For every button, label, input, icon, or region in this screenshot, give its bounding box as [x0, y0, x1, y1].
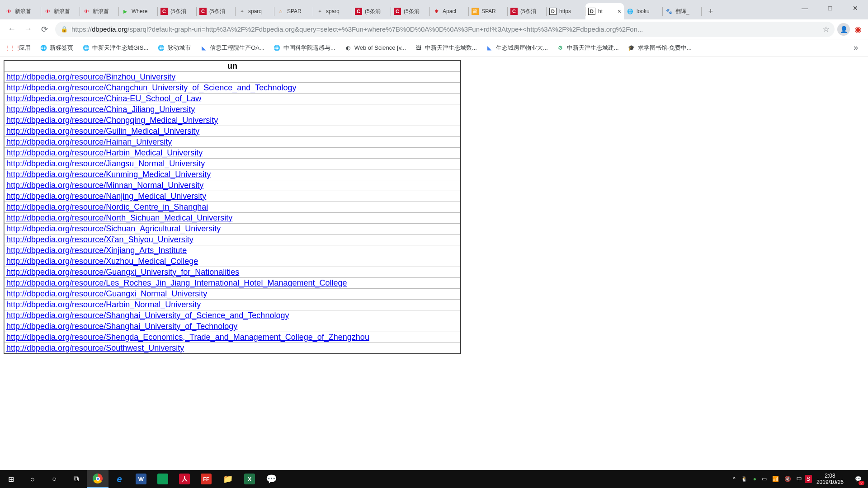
result-link[interactable]: http://dbpedia.org/resource/Southwest_Un…	[6, 343, 184, 352]
new-tab-button[interactable]: +	[704, 5, 717, 18]
lock-icon: 🔒	[61, 26, 68, 33]
taskbar-ie[interactable]: e	[108, 470, 130, 488]
taskbar-explorer[interactable]: 📁	[217, 470, 239, 488]
browser-tab[interactable]: ✱Apacl	[430, 3, 468, 19]
taskbar-chrome[interactable]	[87, 470, 108, 488]
result-link[interactable]: http://dbpedia.org/resource/Binzhou_Univ…	[6, 72, 175, 81]
tray-app2-icon[interactable]: ●	[750, 476, 759, 482]
tray-chevron-icon[interactable]: ^	[730, 476, 738, 482]
minimize-button[interactable]: ―	[792, 1, 817, 15]
bookmark-item[interactable]: ◣生态城房屋物业大...	[481, 41, 552, 55]
bookmark-item[interactable]: ⚙中新天津生态城建...	[552, 41, 623, 55]
browser-tab[interactable]: 👁新浪首	[80, 3, 118, 19]
result-link[interactable]: http://dbpedia.org/resource/Chongqing_Me…	[6, 116, 218, 125]
result-link[interactable]: http://dbpedia.org/resource/Hainan_Unive…	[6, 137, 172, 146]
result-link[interactable]: http://dbpedia.org/resource/Guangxi_Norm…	[6, 289, 207, 298]
table-row: http://dbpedia.org/resource/Shanghai_Uni…	[4, 321, 461, 332]
close-window-button[interactable]: ✕	[843, 1, 868, 15]
result-link[interactable]: http://dbpedia.org/resource/Guangxi_Univ…	[6, 267, 239, 277]
tab-title: SPAR	[287, 8, 310, 14]
result-link[interactable]: http://dbpedia.org/resource/Guilin_Medic…	[6, 127, 199, 136]
taskbar-wechat[interactable]: 💬	[260, 470, 282, 488]
bookmarks-overflow[interactable]: »	[848, 43, 863, 52]
tray-ime-icon[interactable]: 中	[794, 475, 805, 483]
taskbar-pdf[interactable]: 人	[174, 470, 195, 488]
result-link[interactable]: http://dbpedia.org/resource/Shanghai_Uni…	[6, 322, 237, 331]
taskbar-word[interactable]: W	[130, 470, 152, 488]
result-link[interactable]: http://dbpedia.org/resource/Jiangsu_Norm…	[6, 159, 205, 168]
cortana-button[interactable]: ○	[43, 470, 65, 488]
browser-tab[interactable]: 简SPAR	[469, 3, 507, 19]
bookmark-item[interactable]: 🎓求学图书馆-免费中...	[623, 41, 696, 55]
result-link[interactable]: http://dbpedia.org/resource/Xinjiang_Art…	[6, 246, 187, 255]
star-icon[interactable]: ☆	[823, 25, 829, 33]
bookmark-item[interactable]: 🌐新标签页	[35, 41, 78, 55]
taskbar-excel[interactable]: X	[239, 470, 260, 488]
table-row: http://dbpedia.org/resource/China-EU_Sch…	[4, 94, 461, 104]
result-link[interactable]: http://dbpedia.org/resource/Harbin_Medic…	[6, 148, 203, 157]
result-link[interactable]: http://dbpedia.org/resource/Harbin_Norma…	[6, 300, 201, 309]
url-input[interactable]: 🔒 https://dbpedia.org/sparql?default-gra…	[55, 22, 835, 37]
forward-button[interactable]: →	[20, 21, 36, 38]
search-button[interactable]: ⌕	[22, 470, 43, 488]
maximize-button[interactable]: □	[817, 1, 843, 15]
result-link[interactable]: http://dbpedia.org/resource/Les_Roches_J…	[6, 278, 347, 287]
browser-tab[interactable]: ✦sparq	[236, 3, 274, 19]
browser-tab[interactable]: C(5条消	[352, 3, 391, 19]
result-link[interactable]: http://dbpedia.org/resource/China_Jilian…	[6, 105, 195, 114]
bookmark-item[interactable]: 🌐脉动城市	[153, 41, 195, 55]
bookmark-item[interactable]: 🖼中新天津生态城数...	[410, 41, 481, 55]
result-link[interactable]: http://dbpedia.org/resource/Kunming_Medi…	[6, 170, 211, 179]
extension-icon[interactable]: ◉	[852, 23, 864, 36]
browser-tab[interactable]: ✦sparq	[313, 3, 352, 19]
start-button[interactable]: ⊞	[0, 470, 22, 488]
url-text: https://dbpedia.org/sparql?default-graph…	[71, 25, 823, 33]
back-button[interactable]: ←	[4, 21, 20, 38]
result-link[interactable]: http://dbpedia.org/resource/Shanghai_Uni…	[6, 311, 289, 320]
tray-ime2-icon[interactable]: S	[805, 475, 812, 483]
result-link[interactable]: http://dbpedia.org/resource/Xuzhou_Medic…	[6, 257, 198, 266]
browser-tab[interactable]: ▶Where	[119, 3, 157, 19]
tray-app-icon[interactable]: 🐧	[738, 476, 750, 482]
browser-tab[interactable]: C(5条消	[197, 3, 235, 19]
result-link[interactable]: http://dbpedia.org/resource/Changchun_Un…	[6, 83, 296, 92]
bookmark-item[interactable]: ⋮⋮⋮应用	[5, 41, 35, 55]
tray-volume-icon[interactable]: 🔇	[782, 476, 794, 482]
bookmark-label: 新标签页	[50, 44, 73, 52]
result-link[interactable]: http://dbpedia.org/resource/Sichuan_Agri…	[6, 224, 221, 233]
taskbar-clock[interactable]: 2:08 2019/10/26	[812, 473, 848, 486]
bookmark-item[interactable]: 🌐中新天津生态城GIS...	[78, 41, 153, 55]
browser-tab[interactable]: C(5条消	[508, 3, 546, 19]
bookmark-label: 信息工程院生产OA...	[210, 44, 264, 52]
table-header: un	[4, 61, 461, 72]
taskbar-app-green[interactable]	[152, 470, 174, 488]
tray-wifi-icon[interactable]: 📶	[769, 476, 782, 482]
taskbar-ff[interactable]: FF	[195, 470, 217, 488]
notification-button[interactable]: 💬2	[848, 470, 868, 488]
task-view-button[interactable]: ⧉	[65, 470, 87, 488]
table-row: http://dbpedia.org/resource/Chongqing_Me…	[4, 115, 461, 126]
browser-tab[interactable]: 🌐looku	[624, 3, 662, 19]
bookmark-item[interactable]: ◣信息工程院生产OA...	[195, 41, 269, 55]
result-link[interactable]: http://dbpedia.org/resource/Shengda_Econ…	[6, 333, 369, 342]
browser-tab[interactable]: Dht×	[585, 3, 624, 19]
tray-battery-icon[interactable]: ▭	[759, 476, 769, 482]
bookmark-item[interactable]: ◐Web of Science [v...	[340, 41, 410, 55]
browser-tab[interactable]: Dhttps	[547, 3, 585, 19]
bookmark-item[interactable]: 🌐中国科学院遥感与...	[269, 41, 340, 55]
reload-button[interactable]: ⟳	[36, 21, 52, 38]
user-avatar[interactable]: 👤	[837, 23, 850, 36]
result-link[interactable]: http://dbpedia.org/resource/Xi'an_Shiyou…	[6, 235, 193, 244]
browser-tab[interactable]: 👁新浪首	[2, 3, 41, 19]
result-link[interactable]: http://dbpedia.org/resource/Nordic_Centr…	[6, 202, 208, 211]
result-link[interactable]: http://dbpedia.org/resource/Minnan_Norma…	[6, 181, 203, 190]
result-link[interactable]: http://dbpedia.org/resource/North_Sichua…	[6, 213, 232, 222]
browser-tab[interactable]: C(5条消	[391, 3, 429, 19]
browser-tab[interactable]: 🐾翻译_	[663, 3, 701, 19]
close-tab-icon[interactable]: ×	[618, 8, 621, 15]
browser-tab[interactable]: 👁新浪首	[41, 3, 80, 19]
browser-tab[interactable]: C(5条消	[158, 3, 196, 19]
result-link[interactable]: http://dbpedia.org/resource/China-EU_Sch…	[6, 94, 201, 103]
browser-tab[interactable]: ⌂SPAR	[274, 3, 313, 19]
result-link[interactable]: http://dbpedia.org/resource/Nanjing_Medi…	[6, 192, 206, 201]
